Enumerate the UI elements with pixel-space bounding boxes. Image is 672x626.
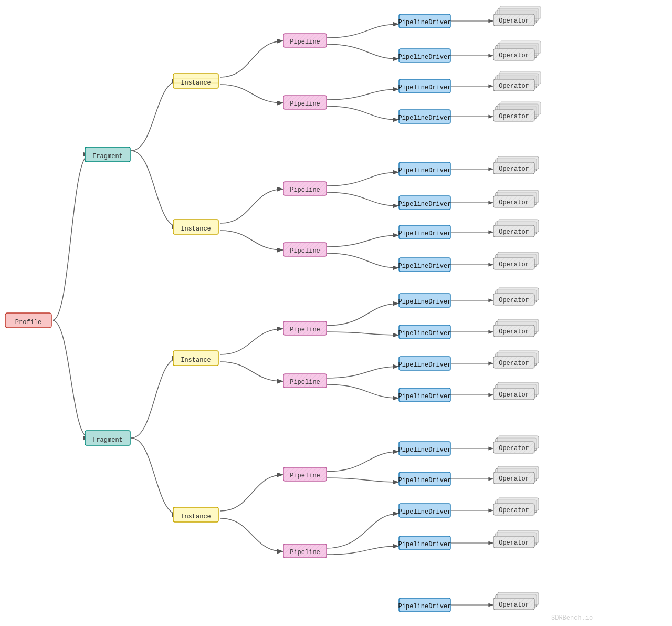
svg-text:PipelineDriver: PipelineDriver	[398, 446, 452, 454]
instance1-node: Instance	[173, 74, 218, 88]
pipeline-driver-16: PipelineDriver	[398, 536, 452, 550]
operator-15: Operator	[494, 498, 539, 515]
pipeline-driver-15: PipelineDriver	[398, 504, 452, 517]
svg-text:Operator: Operator	[499, 391, 529, 399]
pipeline-driver-6: PipelineDriver	[398, 196, 452, 210]
svg-text:Operator: Operator	[499, 199, 529, 206]
diagram-canvas: Profile Fragment Fragment Instance Insta…	[0, 0, 672, 626]
svg-text:PipelineDriver: PipelineDriver	[398, 477, 452, 484]
operator-10: Operator	[494, 319, 539, 337]
svg-text:Operator: Operator	[499, 475, 529, 483]
pipeline-driver-9: PipelineDriver	[398, 294, 452, 307]
svg-text:Instance: Instance	[181, 225, 211, 233]
pipeline-driver-17: PipelineDriver	[398, 598, 452, 612]
operator-7: Operator	[494, 220, 539, 237]
svg-text:Operator: Operator	[499, 17, 529, 25]
pipeline3-node: Pipeline	[284, 182, 327, 195]
svg-text:Operator: Operator	[499, 228, 529, 236]
pipeline1-node: Pipeline	[284, 34, 327, 47]
svg-text:Operator: Operator	[499, 297, 529, 304]
pipeline5-node: Pipeline	[284, 321, 327, 335]
svg-text:Operator: Operator	[499, 52, 529, 59]
svg-text:Pipeline: Pipeline	[290, 549, 320, 556]
svg-text:PipelineDriver: PipelineDriver	[398, 19, 452, 26]
svg-text:Operator: Operator	[499, 601, 529, 609]
operator-9: Operator	[494, 288, 539, 305]
fragment1-node: Fragment	[85, 147, 130, 162]
svg-text:PipelineDriver: PipelineDriver	[398, 298, 452, 306]
svg-text:Fragment: Fragment	[92, 153, 123, 160]
svg-text:PipelineDriver: PipelineDriver	[398, 230, 452, 237]
svg-text:Operator: Operator	[499, 82, 529, 90]
svg-text:PipelineDriver: PipelineDriver	[398, 361, 452, 369]
pipeline8-node: Pipeline	[284, 544, 327, 558]
svg-text:Pipeline: Pipeline	[290, 472, 320, 479]
svg-text:Pipeline: Pipeline	[290, 326, 320, 333]
svg-text:PipelineDriver: PipelineDriver	[398, 393, 452, 400]
pipeline-driver-5: PipelineDriver	[398, 162, 452, 176]
svg-text:Operator: Operator	[499, 165, 529, 173]
svg-text:PipelineDriver: PipelineDriver	[398, 167, 452, 174]
profile-label: Profile	[15, 319, 41, 326]
svg-text:Pipeline: Pipeline	[290, 379, 320, 386]
svg-text:PipelineDriver: PipelineDriver	[398, 508, 452, 516]
svg-text:Instance: Instance	[181, 357, 211, 364]
operator-14: Operator	[494, 466, 539, 484]
operator-12: Operator	[494, 382, 539, 400]
svg-text:PipelineDriver: PipelineDriver	[398, 84, 452, 91]
operator-2: Operator	[494, 41, 541, 60]
svg-text:Operator: Operator	[499, 328, 529, 336]
svg-text:PipelineDriver: PipelineDriver	[398, 54, 452, 61]
svg-text:PipelineDriver: PipelineDriver	[398, 330, 452, 337]
operator-5: Operator	[494, 156, 539, 174]
operator-6: Operator	[494, 190, 539, 207]
operator-13: Operator	[494, 436, 539, 453]
pipeline-driver-8: PipelineDriver	[398, 258, 452, 272]
svg-text:Operator: Operator	[499, 113, 529, 120]
pipeline4-node: Pipeline	[284, 243, 327, 256]
svg-text:PipelineDriver: PipelineDriver	[398, 541, 452, 548]
svg-text:Instance: Instance	[181, 79, 211, 87]
operator-3: Operator	[494, 71, 541, 91]
operator-11: Operator	[494, 351, 539, 368]
svg-text:Fragment: Fragment	[92, 436, 123, 444]
pipeline-driver-1: PipelineDriver	[398, 14, 452, 28]
watermark: SDRBench.io	[551, 614, 593, 622]
svg-text:Pipeline: Pipeline	[290, 100, 320, 108]
profile-node: Profile	[5, 313, 51, 328]
svg-text:Operator: Operator	[499, 507, 529, 514]
pipeline-driver-3: PipelineDriver	[398, 79, 452, 93]
operator-16: Operator	[494, 530, 539, 548]
svg-text:Pipeline: Pipeline	[290, 186, 320, 194]
instance3-node: Instance	[173, 351, 218, 366]
pipeline-driver-11: PipelineDriver	[398, 357, 452, 370]
fragment2-node: Fragment	[85, 431, 130, 445]
instance2-node: Instance	[173, 220, 218, 234]
svg-text:Operator: Operator	[499, 360, 529, 367]
operator-1: Operator	[494, 6, 541, 26]
svg-text:Operator: Operator	[499, 539, 529, 547]
pipeline-driver-12: PipelineDriver	[398, 388, 452, 402]
pipeline6-node: Pipeline	[284, 374, 327, 388]
svg-text:PipelineDriver: PipelineDriver	[398, 114, 452, 122]
svg-rect-2	[0, 0, 672, 626]
operator-4: Operator	[494, 102, 541, 121]
pipeline2-node: Pipeline	[284, 96, 327, 109]
pipeline-driver-10: PipelineDriver	[398, 325, 452, 339]
pipeline-driver-13: PipelineDriver	[398, 442, 452, 455]
pipeline-driver-7: PipelineDriver	[398, 225, 452, 239]
pipeline7-node: Pipeline	[284, 467, 327, 481]
operator-17: Operator	[494, 592, 539, 610]
svg-text:Instance: Instance	[181, 513, 211, 520]
svg-text:PipelineDriver: PipelineDriver	[398, 263, 452, 270]
svg-text:Operator: Operator	[499, 445, 529, 452]
pipeline-driver-14: PipelineDriver	[398, 472, 452, 486]
svg-text:Pipeline: Pipeline	[290, 38, 320, 46]
operator-8: Operator	[494, 252, 539, 269]
svg-text:PipelineDriver: PipelineDriver	[398, 603, 452, 610]
svg-text:Pipeline: Pipeline	[290, 247, 320, 255]
svg-text:PipelineDriver: PipelineDriver	[398, 201, 452, 208]
pipeline-driver-2: PipelineDriver	[398, 49, 452, 62]
svg-text:Operator: Operator	[499, 261, 529, 268]
pipeline-driver-4: PipelineDriver	[398, 110, 452, 123]
